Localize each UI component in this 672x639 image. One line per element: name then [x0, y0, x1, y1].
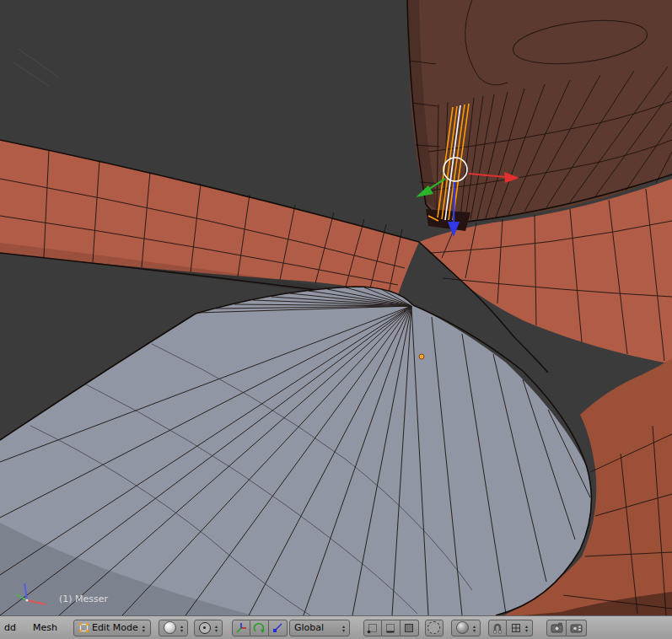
- object-info-text: (1) Messer: [59, 593, 108, 604]
- menu-add-partial[interactable]: dd: [0, 622, 20, 633]
- snap-element-dropdown[interactable]: ▴▾: [507, 620, 533, 636]
- camera-still-icon: [551, 622, 563, 633]
- manipulator-scale-button[interactable]: [269, 620, 288, 636]
- manipulator-rotate-button[interactable]: [250, 620, 269, 636]
- opengl-render-animation-button[interactable]: [567, 620, 587, 636]
- dropdown-arrows-icon: ▴▾: [473, 624, 476, 632]
- dropdown-arrows-icon: ▴▾: [215, 624, 218, 632]
- occlude-geometry-icon: [427, 621, 440, 634]
- magnet-icon: [492, 622, 503, 634]
- manipulator-group: [232, 620, 288, 636]
- select-mode-group: [363, 620, 419, 636]
- camera-animation-icon: [570, 622, 583, 633]
- pivot-point-dropdown[interactable]: ▴▾: [194, 620, 223, 636]
- face-select-icon: [403, 622, 415, 634]
- snap-increment-icon: [511, 623, 521, 633]
- translate-manipulator-icon: [235, 622, 247, 634]
- shading-sphere-icon: [164, 621, 176, 634]
- menu-mesh[interactable]: Mesh: [29, 622, 62, 633]
- dropdown-arrows-icon: ▴▾: [142, 624, 145, 632]
- proportional-editing-dropdown[interactable]: ▴▾: [451, 620, 481, 636]
- vertex-select-icon: [367, 622, 379, 634]
- viewport-shading-dropdown[interactable]: ▴▾: [159, 620, 188, 636]
- edge-select-button[interactable]: [382, 620, 401, 636]
- proportional-editing-icon: [456, 621, 469, 634]
- orientation-label: Global: [294, 622, 324, 633]
- scale-manipulator-icon: [271, 622, 283, 634]
- dropdown-arrows-icon: ▴▾: [180, 624, 183, 632]
- render-group: [546, 620, 587, 636]
- face-select-button[interactable]: [401, 620, 419, 636]
- blender-window: (1) Messer dd Mesh Edit Mode ▴▾ ▴▾: [0, 0, 672, 639]
- pivot-point-icon: [199, 622, 211, 634]
- snap-toggle-button[interactable]: [488, 620, 507, 636]
- vertex-select-button[interactable]: [363, 620, 382, 636]
- object-origin-dot: [419, 354, 424, 359]
- opengl-render-button[interactable]: [546, 620, 567, 636]
- mode-dropdown-label: Edit Mode: [92, 622, 138, 633]
- dropdown-arrows-icon: ▴▾: [342, 624, 345, 632]
- rotate-manipulator-icon: [253, 622, 265, 634]
- manipulator-translate-button[interactable]: [232, 620, 250, 636]
- dropdown-arrows-icon: ▴▾: [525, 624, 528, 632]
- transform-orientation-dropdown[interactable]: Global ▴▾: [289, 620, 350, 636]
- edit-mode-icon: [78, 622, 89, 633]
- mode-dropdown[interactable]: Edit Mode ▴▾: [73, 620, 151, 636]
- occlude-geometry-button[interactable]: [425, 620, 444, 636]
- edge-select-icon: [384, 622, 396, 634]
- snap-group: ▴▾: [488, 620, 533, 636]
- 3d-viewport[interactable]: [0, 0, 672, 615]
- viewport-header: dd Mesh Edit Mode ▴▾ ▴▾ ▴▾: [0, 615, 672, 639]
